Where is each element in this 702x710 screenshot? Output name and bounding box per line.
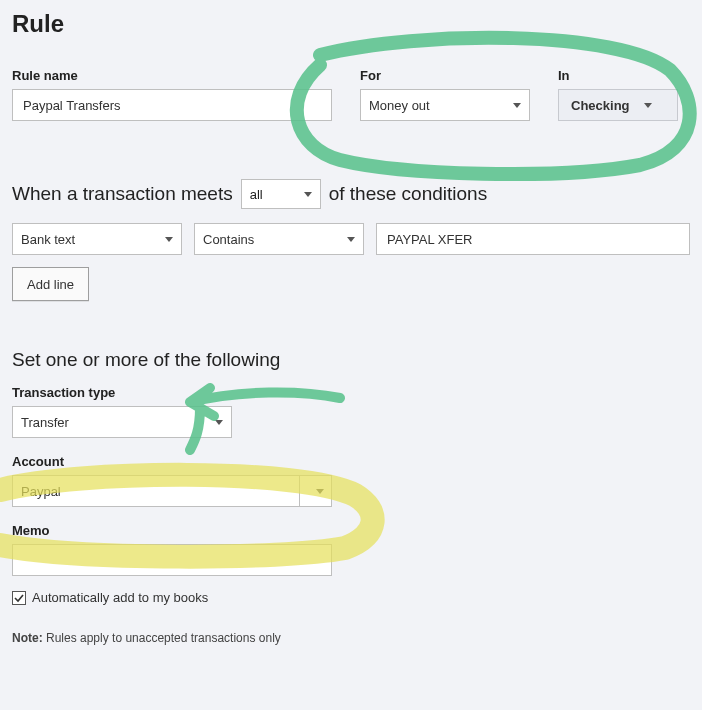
memo-input[interactable] (12, 544, 332, 576)
in-select-value: Checking (571, 98, 630, 113)
check-icon (14, 593, 24, 603)
caret-down-icon (347, 237, 355, 242)
condition-value-input[interactable] (376, 223, 690, 255)
conditions-prefix: When a transaction meets (12, 183, 233, 205)
memo-label: Memo (12, 523, 690, 538)
auto-add-checkbox[interactable] (12, 591, 26, 605)
account-combo-toggle[interactable] (299, 476, 331, 506)
for-select[interactable]: Money out (360, 89, 530, 121)
caret-down-icon (513, 103, 521, 108)
auto-add-label: Automatically add to my books (32, 590, 208, 605)
memo-field[interactable] (21, 552, 323, 569)
rule-name-field[interactable] (21, 97, 323, 114)
note-text: Note: Rules apply to unaccepted transact… (12, 631, 690, 645)
condition-value-field[interactable] (385, 231, 681, 248)
for-select-value: Money out (369, 98, 505, 113)
add-line-button[interactable]: Add line (12, 267, 89, 301)
set-heading: Set one or more of the following (12, 349, 690, 371)
condition-field-select[interactable]: Bank text (12, 223, 182, 255)
transaction-type-select[interactable]: Transfer (12, 406, 232, 438)
condition-op-select[interactable]: Contains (194, 223, 364, 255)
note-prefix: Note: (12, 631, 43, 645)
rule-name-label: Rule name (12, 68, 332, 83)
conditions-scope-select[interactable]: all (241, 179, 321, 209)
condition-row: Bank text Contains (12, 223, 690, 255)
account-value: Paypal (21, 484, 291, 499)
conditions-suffix: of these conditions (329, 183, 487, 205)
rule-name-input[interactable] (12, 89, 332, 121)
caret-down-icon (165, 237, 173, 242)
in-select[interactable]: Checking (558, 89, 678, 121)
caret-down-icon (644, 103, 652, 108)
page-title: Rule (12, 10, 690, 38)
caret-down-icon (304, 192, 312, 197)
account-combo[interactable]: Paypal (12, 475, 332, 507)
conditions-scope-value: all (250, 187, 263, 202)
rule-identity-row: Rule name For Money out In Checking (12, 68, 690, 121)
transaction-type-value: Transfer (21, 415, 207, 430)
caret-down-icon (215, 420, 223, 425)
transaction-type-label: Transaction type (12, 385, 690, 400)
for-label: For (360, 68, 530, 83)
caret-down-icon (316, 489, 324, 494)
condition-field-value: Bank text (21, 232, 157, 247)
in-label: In (558, 68, 678, 83)
condition-op-value: Contains (203, 232, 339, 247)
conditions-heading: When a transaction meets all of these co… (12, 179, 690, 209)
note-body: Rules apply to unaccepted transactions o… (43, 631, 281, 645)
account-label: Account (12, 454, 690, 469)
auto-add-row: Automatically add to my books (12, 590, 690, 605)
